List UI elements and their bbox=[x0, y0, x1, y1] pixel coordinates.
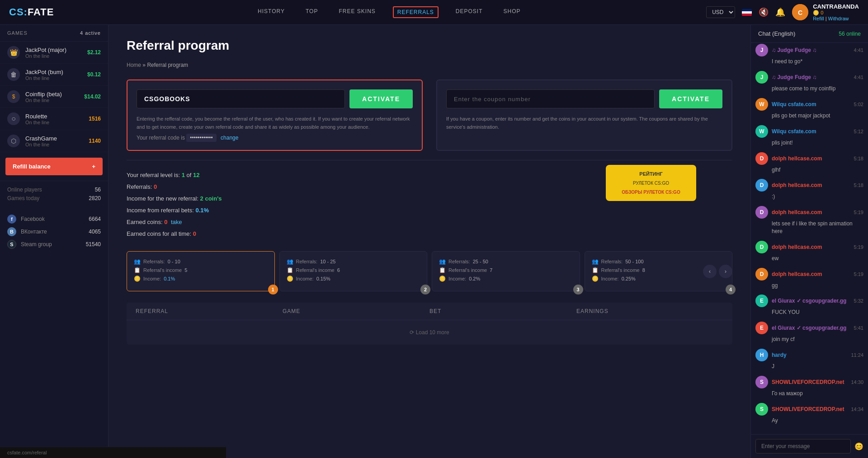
chat-username[interactable]: el Giurax ✓ csgoupgrader.gg bbox=[772, 325, 846, 331]
chat-time: 4:41 bbox=[854, 75, 863, 80]
chat-text: gg bbox=[755, 282, 863, 290]
withdraw-link[interactable]: Withdraw bbox=[828, 16, 849, 21]
referrals-value: 0 bbox=[154, 183, 157, 190]
chat-time: 14:30 bbox=[851, 379, 863, 385]
chat-avatar: H bbox=[755, 349, 768, 361]
sidebar-item-jackpot-major[interactable]: 👑 JackPot (major) On the line $2.12 bbox=[0, 42, 108, 64]
chat-username[interactable]: SHOWLIVEFORCEDROP.net bbox=[772, 379, 844, 385]
coupon-input[interactable] bbox=[446, 89, 655, 108]
chat-message-5: W Wilqu csfate.com 5:12 plis joint! bbox=[755, 125, 863, 147]
coupon-activate-button[interactable]: ACTIVATE bbox=[659, 89, 722, 108]
chat-username[interactable]: Wilqu csfate.com bbox=[772, 128, 816, 135]
chat-msg-header: E el Giurax ✓ csgoupgrader.gg 5:32 bbox=[755, 294, 863, 307]
breadcrumb-current: Referral program bbox=[147, 62, 188, 68]
sidebar-item-crashgame[interactable]: ⬡ CrashGame On the line 1140 bbox=[0, 130, 108, 152]
chat-username[interactable]: SHOWLIVEFORCEDROP.net bbox=[772, 406, 844, 412]
chat-time: 5:41 bbox=[854, 325, 863, 331]
refill-balance-button[interactable]: Refill balance + bbox=[5, 158, 103, 175]
income-bets-label: Income from referral bets: bbox=[127, 207, 194, 214]
coinflip-icon: $ bbox=[7, 90, 20, 103]
chat-online-count: 56 online bbox=[839, 31, 861, 37]
change-code-link[interactable]: change bbox=[221, 135, 238, 141]
chat-text: :) bbox=[755, 193, 863, 201]
chat-username[interactable]: dolph hellcase.com bbox=[772, 271, 822, 277]
logo-suffix: FATE bbox=[28, 6, 54, 18]
chat-username[interactable]: el Giurax ✓ csgoupgrader.gg bbox=[772, 298, 846, 304]
chat-msg-header: J ♫ Judge Fudge ♫ 4:41 bbox=[755, 71, 863, 84]
bell-icon[interactable]: 🔔 bbox=[775, 7, 785, 17]
referral-activate-button[interactable]: ACTIVATE bbox=[349, 89, 413, 108]
sidebar-item-coinflip[interactable]: $ Coinflip (beta) On the line $14.02 bbox=[0, 86, 108, 108]
chat-message-6: D dolph hellcase.com 5:18 glhf bbox=[755, 152, 863, 174]
chat-avatar: S bbox=[755, 403, 768, 416]
referral-code-input[interactable] bbox=[137, 89, 345, 108]
nav-free-skins[interactable]: FREE SKINS bbox=[335, 6, 379, 18]
facebook-link[interactable]: f Facebook 6664 bbox=[7, 215, 101, 224]
chat-send-icon[interactable]: 😊 bbox=[854, 442, 863, 451]
vk-link[interactable]: В ВКонтакте 4065 bbox=[7, 227, 101, 236]
chat-username[interactable]: Wilqu csfate.com bbox=[772, 101, 816, 107]
crashgame-name: CrashGame bbox=[25, 135, 89, 142]
nav-referrals[interactable]: REFERRALS bbox=[393, 6, 439, 18]
referral-code-box: ACTIVATE Entering the refferal code, you… bbox=[127, 79, 423, 151]
chat-text: Ау bbox=[755, 417, 863, 425]
chat-username[interactable]: dolph hellcase.com bbox=[772, 244, 822, 250]
referral-description: Entering the refferal code, you become t… bbox=[137, 115, 413, 131]
nav-deposit[interactable]: DEPOSIT bbox=[452, 6, 486, 18]
chat-time: 5:32 bbox=[854, 298, 863, 304]
level-current: 1 bbox=[182, 172, 185, 178]
currency-selector[interactable]: USD bbox=[706, 6, 735, 18]
refill-link[interactable]: Refill bbox=[813, 16, 824, 21]
roulette-info: Roulette On the line bbox=[25, 113, 89, 125]
chat-time: 5:12 bbox=[854, 129, 863, 134]
crashgame-icon: ⬡ bbox=[7, 135, 20, 147]
level4-pct: 0.25% bbox=[622, 276, 636, 281]
chat-message-7: D dolph hellcase.com 5:18 :) bbox=[755, 179, 863, 201]
chat-username[interactable]: dolph hellcase.com bbox=[772, 182, 822, 188]
chat-text: join my cf bbox=[755, 336, 863, 343]
jackpot-major-info: JackPot (major) On the line bbox=[25, 47, 87, 59]
language-flag[interactable] bbox=[742, 9, 752, 16]
chat-username[interactable]: ♫ Judge Fudge ♫ bbox=[772, 47, 816, 53]
referrals-label: Referrals: bbox=[127, 183, 152, 190]
level1-referrals: 0 - 10 bbox=[168, 259, 180, 264]
breadcrumb: Home » Referral program bbox=[127, 62, 732, 68]
chat-msg-header: D dolph hellcase.com 5:19 bbox=[755, 268, 863, 280]
promo-banner: РЕЙТИНГ РУЛЕТОК CS:GO ОБЗОРЫ РУЛЕТОК CS:… bbox=[606, 165, 696, 201]
load-more-button[interactable]: ⟳ Load 10 more bbox=[127, 320, 732, 345]
games-today-value: 2820 bbox=[89, 195, 101, 201]
chat-text: Го на мажор bbox=[755, 390, 863, 397]
total-row: Earned coins for all time: 0 bbox=[127, 228, 732, 240]
jackpot-major-amount: $2.12 bbox=[87, 49, 101, 56]
level3-num: 3 bbox=[573, 285, 583, 294]
chat-username[interactable]: dolph hellcase.com bbox=[772, 209, 822, 215]
level4-income: 8 bbox=[642, 267, 645, 273]
site-logo[interactable]: CS:FATE bbox=[9, 6, 54, 18]
nav-right: USD 🔇 🔔 C CANTRABANDA 🪙 0 Refill | Withd… bbox=[706, 3, 859, 21]
chat-msg-header: D dolph hellcase.com 5:18 bbox=[755, 179, 863, 192]
coinflip-name: Coinflip (beta) bbox=[25, 91, 84, 98]
nav-shop[interactable]: SHOP bbox=[500, 6, 524, 18]
mute-icon[interactable]: 🔇 bbox=[759, 7, 769, 17]
coinflip-status: On the line bbox=[25, 98, 84, 103]
chat-username[interactable]: hardy bbox=[772, 352, 787, 358]
level1-income: 5 bbox=[184, 267, 187, 273]
chat-username[interactable]: dolph hellcase.com bbox=[772, 155, 822, 162]
chat-msg-header: D dolph hellcase.com 5:18 bbox=[755, 152, 863, 165]
nav-history[interactable]: HISTORY bbox=[254, 6, 288, 18]
nav-top[interactable]: TOP bbox=[302, 6, 321, 18]
level-prev-button[interactable]: ‹ bbox=[703, 265, 717, 278]
level-next-button[interactable]: › bbox=[719, 265, 732, 278]
sidebar-item-jackpot-bum[interactable]: 🗑 JackPot (bum) On the line $0.12 bbox=[0, 64, 108, 86]
take-link[interactable]: take bbox=[171, 219, 182, 225]
chat-username[interactable]: ♫ Judge Fudge ♫ bbox=[772, 74, 816, 80]
level3-pct: 0.2% bbox=[469, 276, 480, 281]
breadcrumb-home[interactable]: Home bbox=[127, 62, 141, 68]
steam-link[interactable]: S Steam group 51540 bbox=[7, 240, 101, 249]
col-earnings: Earnings bbox=[576, 308, 723, 314]
chat-input[interactable] bbox=[755, 439, 851, 453]
chat-msg-header: W Wilqu csfate.com 5:02 bbox=[755, 98, 863, 111]
chat-msg-header: S SHOWLIVEFORCEDROP.net 14:34 bbox=[755, 403, 863, 416]
username: CANTRABANDA bbox=[813, 3, 859, 10]
sidebar-item-roulette[interactable]: ○ Roulette On the line 1516 bbox=[0, 108, 108, 130]
